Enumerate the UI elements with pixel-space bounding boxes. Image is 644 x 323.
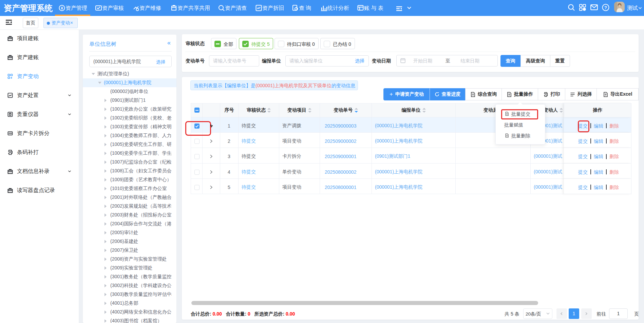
svg-text:¥: ¥	[61, 6, 63, 10]
svg-text:?: ?	[604, 5, 607, 10]
